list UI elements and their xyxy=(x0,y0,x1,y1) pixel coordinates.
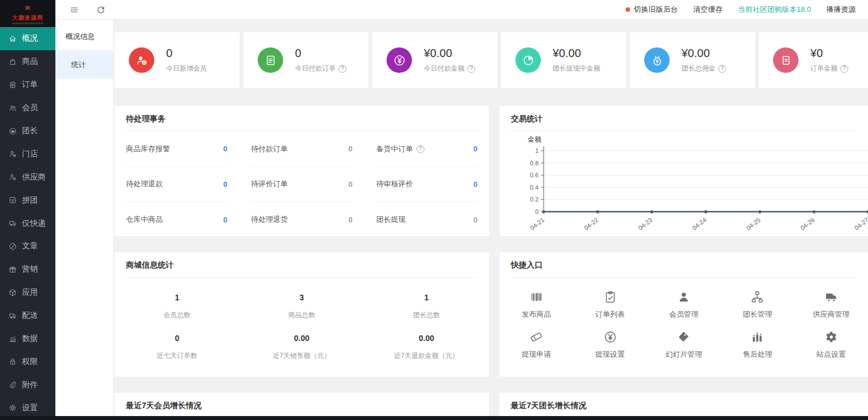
pending-item-value: 0 xyxy=(474,145,478,153)
sidebar-item-label: 门店 xyxy=(22,149,38,159)
svg-text:04-22: 04-22 xyxy=(583,216,600,231)
quick-entry-label: 幻灯片管理 xyxy=(647,349,721,360)
sidebar-item-express-only[interactable]: 仅快递 xyxy=(0,212,55,235)
pending-item-pending-review-comments[interactable]: 待审核评价 0 xyxy=(376,167,478,203)
help-icon[interactable]: ? xyxy=(416,145,424,153)
gift-icon xyxy=(8,265,17,274)
help-icon[interactable]: ? xyxy=(338,65,346,73)
topbar-link-switch-old-admin[interactable]: 切换旧版后台 xyxy=(626,5,678,15)
sidebar-item-members[interactable]: 会员 xyxy=(0,97,55,120)
sidebar-item-articles[interactable]: 文章 xyxy=(0,235,55,258)
stat-card-value: ¥0.00 xyxy=(682,47,726,60)
doc-eq-icon xyxy=(779,54,793,67)
quick-entry-label: 提现设置 xyxy=(573,349,646,360)
transaction-stats-panel: 交易统计 金额00.20.40.60.8104-2104-2204-2304-2… xyxy=(500,106,868,236)
secondary-item-statistics[interactable]: 统计 xyxy=(55,51,113,78)
stat-card-value: ¥0.00 xyxy=(553,47,600,60)
quick-entry-label: 会员管理 xyxy=(647,309,721,320)
eagle-logo-icon xyxy=(21,3,34,14)
stat-cards-row: 0 今日新增会员 0 今日付款订单 ? ¥0.00 今日付款金额 ? xyxy=(115,32,868,88)
mall-stat-sales-7d: 0.00 近7天销售额（元） xyxy=(240,334,364,361)
sidebar-item-label: 数据 xyxy=(22,334,38,344)
pending-item-value: 0 xyxy=(348,216,352,224)
pending-item-pending-refunds[interactable]: 待处理退款 0 xyxy=(126,167,227,203)
horizontal-scrollbar[interactable] xyxy=(0,416,868,420)
pending-item-leader-withdrawals[interactable]: 团长提现 0 xyxy=(376,202,478,236)
pending-item-label: 待处理退货 xyxy=(251,215,288,225)
refresh-icon[interactable] xyxy=(96,5,106,15)
doc-icon xyxy=(8,81,17,89)
quick-entry-supplier-management[interactable]: 供应商管理 xyxy=(795,290,868,320)
svg-text:04-25: 04-25 xyxy=(745,216,762,231)
app-logo-subtitle xyxy=(12,23,44,24)
sidebar-item-stores[interactable]: 门店 xyxy=(0,142,55,165)
sidebar-item-groupbuy[interactable]: 拼团 xyxy=(0,189,55,212)
collapse-menu-icon[interactable] xyxy=(70,5,79,15)
quick-entry-site-settings[interactable]: 站点设置 xyxy=(795,330,868,360)
mall-stat-value: 1 xyxy=(364,293,489,302)
pending-item-stock-alert[interactable]: 商品库存报警 0 xyxy=(126,132,227,167)
quick-entry-member-management[interactable]: 会员管理 xyxy=(647,290,721,320)
sidebar-item-delivery[interactable]: 配送 xyxy=(0,304,55,327)
sidebar-item-marketing[interactable]: 营销 xyxy=(0,258,55,281)
sidebar-item-apps[interactable]: 应用 xyxy=(0,281,55,304)
pending-item-preparing-orders[interactable]: 备货中订单 ? 0 xyxy=(376,132,478,167)
quick-entry-withdraw-apply[interactable]: 提现申请 xyxy=(500,330,573,360)
pending-item-label: 仓库中商品 xyxy=(126,215,163,225)
quick-entry-withdraw-settings[interactable]: 提现设置 xyxy=(573,330,646,360)
help-icon[interactable]: ? xyxy=(467,65,475,73)
quick-entry-order-list[interactable]: 订单列表 xyxy=(573,290,646,320)
mall-stat-value: 0 xyxy=(115,334,240,343)
sidebar-item-goods[interactable]: 商品 xyxy=(0,50,55,73)
stat-card-label: 今日付款订单 xyxy=(295,64,336,73)
svg-text:0.4: 0.4 xyxy=(530,184,539,191)
pending-item-label: 备货中订单 xyxy=(376,144,413,154)
stat-card-leader-withdrawing: ¥0.00 团长提现中金额 xyxy=(501,32,626,88)
topbar-link-clear-cache[interactable]: 清空缓存 xyxy=(693,5,723,15)
sidebar-item-permissions[interactable]: 权限 xyxy=(0,350,55,373)
quick-entry-aftersale-handle[interactable]: 售后处理 xyxy=(721,330,794,360)
gear-icon xyxy=(8,404,17,412)
pending-item-unpaid-orders[interactable]: 待付款订单 0 xyxy=(251,132,352,167)
app-logo-title: 大鹏资源网 xyxy=(12,14,44,22)
sidebar-item-data[interactable]: 数据 xyxy=(0,327,55,351)
help-icon[interactable]: ? xyxy=(840,65,848,73)
quick-entry-label: 提现申请 xyxy=(500,349,573,360)
quick-entry-leader-management[interactable]: 团长管理 xyxy=(721,290,794,320)
mall-stat-value: 3 xyxy=(240,293,364,302)
secondary-item-label: 统计 xyxy=(71,60,86,69)
stat-card-label: 团长提现中金额 xyxy=(553,64,600,73)
pending-item-value: 0 xyxy=(348,180,352,189)
pending-item-value: 0 xyxy=(223,180,227,189)
mall-info-grid: 1 会员总数 3 商品总数 1 团长总数 0 近七天订单数 0.00 近7天销售… xyxy=(115,278,489,361)
svg-text:04-27: 04-27 xyxy=(853,216,868,231)
sidebar-item-leaders[interactable]: 团长 xyxy=(0,120,55,143)
topbar-link-current-version[interactable]: 当前社区团购版本18.0 xyxy=(738,5,811,15)
truck-solid-icon xyxy=(824,290,839,304)
topbar-link-bobo-resources[interactable]: 播播资源 xyxy=(826,5,856,15)
mall-stat-value: 0.00 xyxy=(240,334,364,343)
pending-item-value: 0 xyxy=(474,180,478,189)
sidebar-item-suppliers[interactable]: 供应商 xyxy=(0,165,55,189)
help-icon[interactable]: ? xyxy=(718,65,726,73)
quick-entry-slideshow-management[interactable]: 幻灯片管理 xyxy=(647,330,721,360)
transaction-chart: 金额00.20.40.60.8104-2104-2204-2304-2404-2… xyxy=(511,134,868,233)
cube-icon xyxy=(8,288,17,297)
sidebar-item-attachments[interactable]: 附件 xyxy=(0,373,55,396)
sidebar-item-label: 仅快递 xyxy=(22,218,46,229)
pending-item-warehouse-goods[interactable]: 仓库中商品 0 xyxy=(126,202,227,236)
sidebar-item-label: 配送 xyxy=(22,310,38,321)
pending-item-label: 待处理退款 xyxy=(126,179,163,189)
mall-stat-orders-7d: 0 近七天订单数 xyxy=(115,334,240,361)
pending-item-pending-review-orders[interactable]: 待评价订单 0 xyxy=(251,167,352,203)
pending-item-pending-returns[interactable]: 待处理退货 0 xyxy=(251,202,352,236)
secondary-sidebar: 概况信息 统计 xyxy=(55,20,113,420)
mall-stat-label: 近7天退款金额（元） xyxy=(364,351,489,361)
express-icon xyxy=(8,219,17,228)
sidebar-item-label: 订单 xyxy=(22,80,38,90)
stat-card-paid-amount-today: ¥0.00 今日付款金额 ? xyxy=(372,32,497,88)
sidebar-item-overview[interactable]: 概况 xyxy=(0,27,55,50)
quick-entry-publish-goods[interactable]: 发布商品 xyxy=(500,290,573,320)
sidebar-item-orders[interactable]: 订单 xyxy=(0,73,55,97)
quick-entry-label: 售后处理 xyxy=(721,349,794,360)
